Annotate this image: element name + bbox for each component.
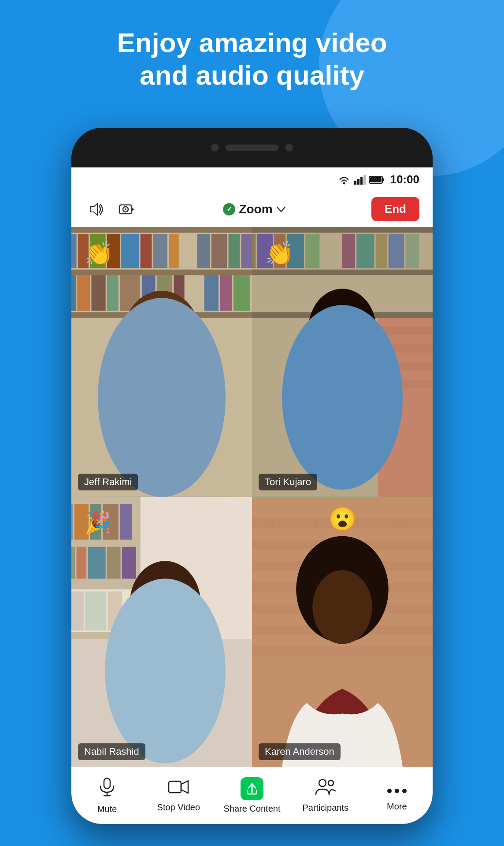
nabil-name: Nabil Rashid (78, 743, 145, 760)
video-cell-karen: 😮 Karen Anderson (252, 497, 433, 767)
svg-rect-73 (71, 546, 75, 579)
svg-point-83 (105, 579, 226, 763)
video-karen (252, 497, 433, 767)
phone-notch (71, 128, 433, 167)
svg-marker-103 (181, 781, 188, 793)
svg-rect-28 (229, 234, 240, 268)
status-icons (337, 175, 385, 185)
nabil-emoji: 🎉 (85, 510, 111, 535)
headline: Enjoy amazing video and audio quality (0, 26, 504, 92)
svg-point-1 (343, 182, 345, 184)
zoom-brand[interactable]: ✓ Zoom (146, 202, 363, 216)
more-dots-icon (386, 779, 408, 798)
svg-rect-51 (305, 234, 319, 268)
video-cell-nabil: 🎉 Nabil Rashid (71, 497, 252, 767)
video-grid: 👏 Jeff Rakimi (71, 227, 433, 767)
headline-line2: and audio quality (140, 60, 364, 90)
svg-rect-76 (107, 546, 121, 579)
jeff-emoji: 👏 (85, 240, 113, 267)
end-call-button[interactable]: End (371, 197, 419, 221)
svg-point-108 (395, 789, 399, 793)
speaker-icon[interactable] (85, 198, 107, 220)
mute-label: Mute (97, 804, 117, 814)
participants-button[interactable]: Participants (299, 779, 352, 813)
svg-rect-7 (382, 178, 384, 181)
svg-rect-92 (252, 646, 433, 656)
wifi-icon (337, 175, 351, 185)
svg-rect-96 (399, 518, 401, 528)
video-jeff (71, 227, 252, 497)
svg-rect-58 (378, 327, 433, 335)
svg-rect-52 (342, 234, 355, 268)
earpiece (226, 145, 278, 151)
svg-rect-94 (314, 518, 316, 528)
svg-rect-32 (91, 275, 105, 311)
jeff-name: Jeff Rakimi (78, 474, 138, 490)
svg-rect-45 (252, 270, 433, 275)
svg-point-105 (319, 779, 326, 787)
svg-rect-39 (220, 275, 232, 311)
svg-rect-56 (405, 234, 419, 268)
svg-rect-80 (85, 591, 106, 631)
svg-rect-95 (356, 518, 359, 528)
video-nabil (71, 497, 252, 767)
svg-rect-55 (389, 234, 404, 268)
svg-point-98 (312, 570, 372, 644)
svg-rect-102 (169, 781, 181, 793)
zoom-brand-name: Zoom (239, 202, 272, 216)
sensor (285, 144, 293, 152)
video-cell-jeff: 👏 Jeff Rakimi (71, 227, 252, 497)
svg-rect-31 (77, 275, 90, 311)
svg-rect-8 (370, 177, 382, 182)
battery-icon (369, 175, 385, 184)
camera-flip-icon[interactable] (115, 198, 137, 220)
svg-rect-18 (71, 234, 77, 268)
camera-area (211, 144, 293, 152)
tori-name: Tori Kujaro (259, 474, 317, 490)
share-content-button[interactable]: Share Content (224, 777, 281, 814)
svg-rect-99 (104, 778, 110, 789)
svg-rect-24 (153, 234, 167, 268)
svg-rect-54 (376, 234, 387, 268)
stop-video-label: Stop Video (157, 802, 200, 813)
chevron-down-icon (276, 206, 286, 212)
svg-point-109 (402, 789, 407, 793)
svg-rect-23 (141, 234, 152, 268)
svg-rect-3 (357, 179, 359, 185)
zoom-toolbar: ✓ Zoom End (71, 192, 433, 227)
svg-rect-75 (88, 546, 105, 579)
svg-point-106 (328, 780, 334, 786)
svg-rect-53 (356, 234, 374, 268)
svg-rect-2 (354, 181, 356, 185)
more-button[interactable]: More (371, 779, 423, 812)
svg-point-42 (98, 298, 226, 497)
svg-rect-30 (71, 275, 76, 311)
status-bar: 10:00 (71, 167, 433, 192)
svg-rect-4 (360, 177, 363, 185)
svg-rect-93 (271, 518, 274, 528)
status-time: 10:00 (390, 173, 420, 186)
zoom-shield-icon: ✓ (223, 203, 235, 215)
stop-video-button[interactable]: Stop Video (152, 779, 205, 813)
phone-body: 10:00 ✓ (71, 128, 433, 824)
participants-icon (315, 779, 336, 799)
svg-marker-11 (132, 208, 134, 211)
svg-rect-25 (169, 234, 179, 268)
svg-rect-5 (363, 175, 366, 185)
share-content-icon (241, 777, 263, 800)
headline-line1: Enjoy amazing video (117, 27, 387, 58)
svg-rect-44 (252, 227, 433, 233)
svg-marker-9 (90, 204, 97, 215)
bottom-toolbar: Mute Stop Video (71, 767, 433, 824)
microphone-icon (98, 777, 116, 801)
svg-rect-47 (252, 234, 256, 268)
mute-button[interactable]: Mute (81, 777, 133, 814)
svg-point-63 (282, 305, 403, 490)
svg-point-107 (387, 789, 392, 793)
signal-icon (354, 175, 366, 185)
svg-rect-79 (71, 591, 84, 631)
front-camera (211, 144, 219, 152)
svg-rect-68 (71, 504, 73, 540)
svg-rect-16 (71, 270, 252, 275)
video-camera-icon (168, 779, 189, 799)
